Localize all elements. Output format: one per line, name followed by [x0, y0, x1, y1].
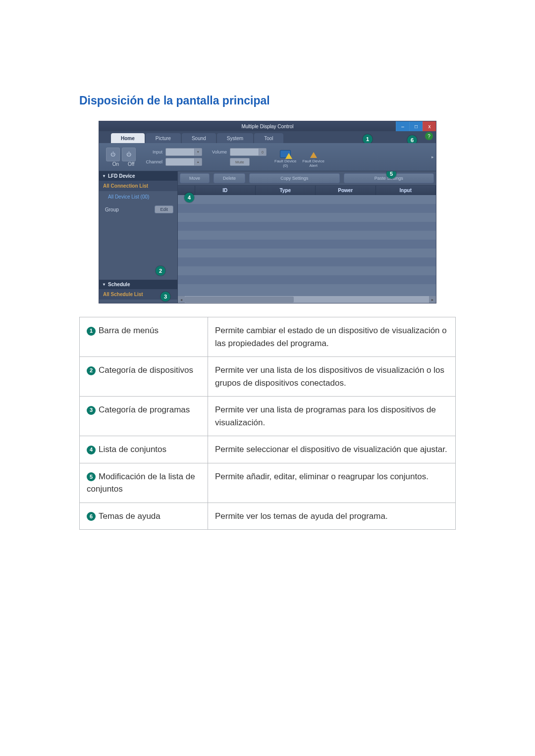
input-select[interactable]: ▾	[165, 148, 202, 156]
table-row: 6Temas de ayuda Permite ver los temas de…	[80, 503, 456, 530]
legend-desc: Permite ver una lista de programas para …	[208, 397, 456, 436]
list-row[interactable]	[178, 284, 436, 293]
legend-bubble: 5	[87, 472, 96, 481]
maximize-button[interactable]: □	[409, 121, 423, 131]
spinner-icon: ▴	[194, 158, 202, 165]
list-row[interactable]	[178, 231, 436, 240]
chevron-down-icon: ▾	[103, 282, 105, 287]
power-icon: ⏻	[126, 151, 131, 157]
callout-4: 4	[184, 193, 194, 202]
fault-alert-label: Fault Device Alert	[302, 159, 324, 168]
list-row[interactable]	[178, 257, 436, 266]
minimize-button[interactable]: –	[396, 121, 409, 131]
legend-desc: Permite añadir, editar, eliminar o reagr…	[208, 463, 456, 503]
col-id[interactable]: ID	[195, 186, 256, 195]
chevron-down-icon: ▾	[194, 149, 202, 155]
table-row: 4Lista de conjuntos Permite seleccionar …	[80, 436, 456, 463]
legend-desc: Permite cambiar el estado de un disposit…	[208, 317, 456, 357]
legend-name: Lista de conjuntos	[99, 445, 166, 454]
warning-icon	[285, 153, 292, 159]
legend-bubble: 6	[87, 512, 96, 521]
sidebar-schedule-header[interactable]: ▾Schedule	[99, 280, 177, 289]
num-icon: 0	[259, 149, 266, 155]
ribbon: ⏻ ⏻ On Off Input ▾ Channel ▴	[99, 143, 436, 171]
power-on-button[interactable]: ⏻	[106, 148, 120, 161]
table-row: 1Barra de menús Permite cambiar el estad…	[80, 317, 456, 357]
horizontal-scrollbar[interactable]: ◂ ▸	[178, 296, 436, 303]
scroll-right-icon[interactable]: ▸	[429, 296, 436, 303]
input-label: Input	[143, 150, 162, 154]
col-power[interactable]: Power	[316, 186, 376, 195]
tab-sound[interactable]: Sound	[182, 133, 216, 143]
list-row[interactable]	[178, 249, 436, 257]
power-off-button[interactable]: ⏻	[122, 148, 136, 161]
fault-device-label: Fault Device (0)	[274, 159, 296, 168]
tab-system[interactable]: System	[217, 133, 253, 143]
move-button[interactable]: Move	[180, 173, 210, 183]
close-button[interactable]: x	[423, 121, 436, 131]
sidebar-lfd-label: LFD Device	[108, 173, 135, 179]
fault-device[interactable]: Fault Device (0)	[274, 146, 296, 168]
mute-button[interactable]: Mute	[230, 158, 250, 166]
list-row[interactable]	[178, 195, 436, 204]
callout-2: 2	[156, 266, 165, 276]
sidebar-lfd-header[interactable]: ▾LFD Device	[99, 171, 177, 181]
warning-icon	[310, 152, 317, 158]
sidebar: ▾LFD Device All Connection List All Devi…	[99, 171, 178, 303]
sidebar-group-label: Group	[105, 207, 119, 212]
list-header: ID Type Power Input	[178, 186, 436, 195]
legend-desc: Permite ver los temas de ayuda del progr…	[208, 503, 456, 530]
power-icon: ⏻	[110, 151, 115, 157]
window-title: Multiple Display Control	[241, 124, 293, 129]
fault-alert[interactable]: Fault Device Alert	[302, 146, 324, 168]
power-on-label: On	[112, 161, 119, 167]
section-title: Disposición de la pantalla principal	[79, 94, 456, 107]
list-toolbar: Move Delete Copy Settings Paste Settings	[178, 171, 436, 186]
sidebar-all-connection[interactable]: All Connection List	[99, 181, 177, 191]
titlebar: Multiple Display Control – □ x	[99, 121, 436, 131]
col-input[interactable]: Input	[376, 186, 436, 195]
channel-spinner[interactable]: ▴	[165, 158, 202, 166]
list-row[interactable]	[178, 240, 436, 249]
scroll-thumb[interactable]	[185, 297, 294, 302]
volume-field[interactable]: 0	[230, 148, 267, 156]
list-row[interactable]	[178, 222, 436, 231]
device-list	[178, 195, 436, 296]
tab-tool[interactable]: Tool	[254, 133, 283, 143]
tab-picture[interactable]: Picture	[146, 133, 181, 143]
app-screenshot: 1 6 5 4 2 3 Multiple Display Control – □…	[99, 121, 436, 303]
legend-name: Categoría de programas	[99, 405, 190, 414]
list-row[interactable]	[178, 213, 436, 222]
legend-bubble: 3	[87, 406, 96, 415]
scroll-left-icon[interactable]: ◂	[178, 296, 185, 303]
sidebar-schedule-label: Schedule	[108, 282, 130, 287]
channel-label: Channel	[143, 159, 162, 164]
legend-name: Categoría de dispositivos	[99, 365, 193, 375]
chevron-down-icon: ▾	[103, 174, 105, 178]
legend-desc: Permite seleccionar el dispositivo de vi…	[208, 436, 456, 463]
legend-bubble: 2	[87, 366, 96, 375]
col-type[interactable]: Type	[256, 186, 316, 195]
list-row[interactable]	[178, 275, 436, 284]
legend-bubble: 1	[87, 327, 96, 336]
callout-1: 1	[363, 134, 373, 144]
table-row: 3Categoría de programas Permite ver una …	[80, 397, 456, 436]
sidebar-all-device-list[interactable]: All Device List (00)	[99, 191, 177, 202]
copy-settings-button[interactable]: Copy Settings	[249, 173, 339, 183]
callout-3: 3	[160, 292, 170, 302]
menu-bar: Home Picture Sound System Tool	[99, 131, 436, 143]
legend-name: Modificación de la lista de conjuntos	[87, 472, 195, 494]
tab-home[interactable]: Home	[111, 133, 145, 143]
ribbon-scroll-icon[interactable]: ▸	[431, 154, 434, 159]
list-row[interactable]	[178, 266, 436, 275]
legend-desc: Permite ver una lista de los dispositivo…	[208, 357, 456, 397]
table-row: 2Categoría de dispositivos Permite ver u…	[80, 357, 456, 397]
delete-button[interactable]: Delete	[214, 173, 245, 183]
help-button[interactable]: ?	[425, 132, 433, 140]
sidebar-edit-button[interactable]: Edit	[155, 205, 173, 213]
volume-label: Volume	[207, 150, 227, 154]
legend-name: Barra de menús	[99, 326, 159, 335]
legend-name: Temas de ayuda	[99, 511, 160, 521]
list-row[interactable]	[178, 204, 436, 213]
legend-table: 1Barra de menús Permite cambiar el estad…	[79, 317, 456, 530]
